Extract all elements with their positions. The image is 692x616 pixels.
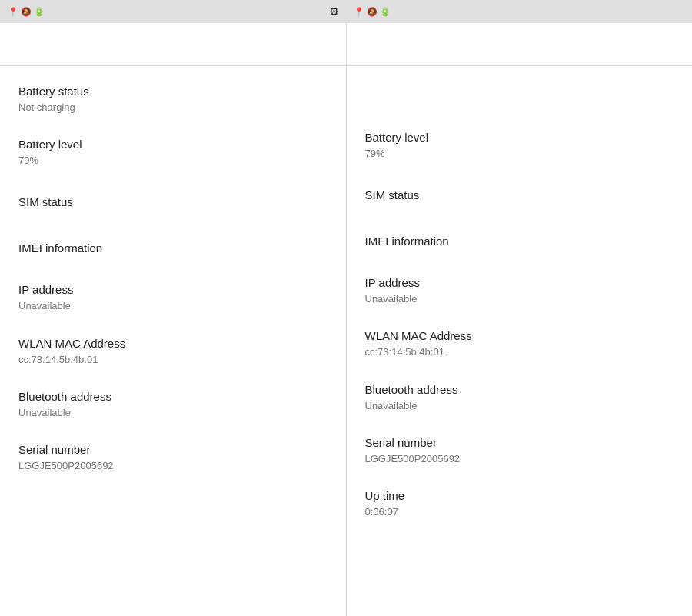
status-bar: 📍 🔕 🔋 🖼 📍 🔕 🔋: [0, 0, 692, 23]
item-value: LGGJE500P2005692: [365, 452, 674, 466]
item-label: IMEI information: [365, 233, 674, 249]
app-bar-right: [347, 23, 693, 65]
mute-icon-left: 🔕: [21, 7, 32, 17]
item-label: Bluetooth address: [365, 381, 674, 398]
list-item: Battery level79%: [0, 125, 346, 178]
list-item: SIM status: [0, 178, 346, 225]
list-item: Serial numberLGGJE500P2005692: [0, 431, 346, 484]
item-label: IP address: [18, 281, 328, 298]
item-value: 0:06:07: [365, 505, 674, 519]
partial-item: [347, 72, 693, 118]
list-item: WLAN MAC Addresscc:73:14:5b:4b:01: [347, 317, 693, 370]
item-label: Battery level: [18, 136, 328, 152]
item-label: SIM status: [18, 194, 328, 210]
item-label: Serial number: [365, 435, 674, 451]
list-item: IMEI information: [347, 218, 693, 264]
item-label: IMEI information: [18, 240, 328, 256]
item-label: WLAN MAC Address: [18, 335, 328, 351]
app-bars: [0, 23, 692, 66]
item-label: Battery level: [365, 129, 674, 145]
image-icon-left: 🖼: [330, 7, 338, 16]
item-label: Battery status: [18, 83, 328, 99]
item-label: IP address: [365, 275, 674, 291]
list-item: Battery statusNot charging: [0, 72, 346, 125]
item-value: cc:73:14:5b:4b:01: [18, 353, 328, 367]
item-value: LGGJE500P2005692: [18, 459, 328, 473]
item-value: Unavailable: [365, 292, 674, 306]
left-panel: Battery statusNot chargingBattery level7…: [0, 66, 347, 616]
status-bar-right: 📍 🔕 🔋: [346, 0, 692, 23]
list-item: Battery level79%: [347, 118, 693, 171]
status-bar-left-icons: 📍 🔕 🔋: [8, 7, 45, 17]
item-value: Unavailable: [18, 299, 328, 313]
item-value: Unavailable: [18, 406, 328, 420]
list-item: IP addressUnavailable: [0, 271, 346, 324]
item-label: Up time: [365, 488, 674, 504]
battery-icon-left: 🔋: [34, 7, 45, 17]
item-value: 79%: [365, 147, 674, 161]
item-label: Serial number: [18, 441, 328, 458]
item-label: Bluetooth address: [18, 388, 328, 405]
location-icon-left: 📍: [8, 7, 18, 17]
right-panel: Battery level79%SIM statusIMEI informati…: [347, 66, 693, 616]
list-item: WLAN MAC Addresscc:73:14:5b:4b:01: [0, 325, 346, 378]
item-label: WLAN MAC Address: [365, 328, 674, 344]
status-bar-right-icons: 📍 🔕 🔋: [354, 7, 391, 17]
list-item: Bluetooth addressUnavailable: [347, 371, 693, 424]
app-bar-left: [0, 23, 347, 65]
content-panels: Battery statusNot chargingBattery level7…: [0, 66, 692, 616]
item-value: Not charging: [18, 101, 328, 115]
item-value: 79%: [18, 154, 328, 168]
list-item: IP addressUnavailable: [347, 264, 693, 317]
list-item: Up time0:06:07: [347, 477, 693, 530]
list-item: SIM status: [347, 171, 693, 218]
status-bar-left: 📍 🔕 🔋 🖼: [0, 0, 346, 23]
list-item: Bluetooth addressUnavailable: [0, 378, 346, 431]
mute-icon-right: 🔕: [367, 7, 378, 17]
list-item: Serial numberLGGJE500P2005692: [347, 424, 693, 477]
item-value: cc:73:14:5b:4b:01: [365, 345, 674, 359]
battery-icon-right: 🔋: [380, 7, 391, 17]
location-icon-right: 📍: [354, 7, 364, 17]
item-value: Unavailable: [365, 399, 674, 413]
list-item: IMEI information: [0, 225, 346, 271]
item-label: SIM status: [365, 187, 674, 203]
